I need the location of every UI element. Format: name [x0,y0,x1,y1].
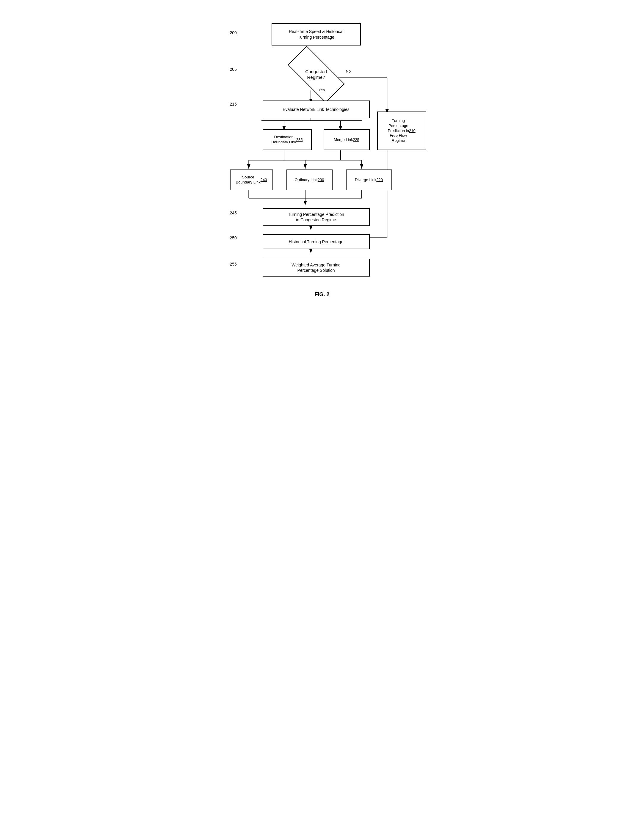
box-230: Ordinary Link230 [286,169,333,190]
num-205: 205 [230,67,237,71]
box-220: Diverge Link220 [346,169,392,190]
box-235: DestinationBoundary Link235 [263,129,312,150]
box-255: Weighted Average TurningPercentage Solut… [263,259,370,276]
box-210: TurningPercentagePrediction inFree FlowR… [377,112,426,150]
num-250: 250 [230,236,237,240]
fig-caption: FIG. 2 [212,291,432,298]
no-label: No [346,69,351,73]
num-245: 245 [230,211,237,215]
box-225: Merge Link225 [324,129,370,150]
box-200: Real-Time Speed & HistoricalTurning Perc… [272,23,361,45]
yes-label: Yes [319,88,325,92]
num-215: 215 [230,102,237,106]
num-200: 200 [230,30,237,35]
num-255: 255 [230,262,237,266]
box-245: Turning Percentage Predictionin Congeste… [263,208,370,226]
box-215: Evaluate Network Link Technologies [263,101,370,119]
diagram: 200 Real-Time Speed & HistoricalTurning … [212,18,432,286]
box-250: Historical Turning Percentage [263,234,370,249]
page: 200 Real-Time Speed & HistoricalTurning … [206,6,438,315]
diamond-205: CongestedRegime? [289,61,343,88]
box-240: SourceBoundary Link240 [230,169,273,190]
